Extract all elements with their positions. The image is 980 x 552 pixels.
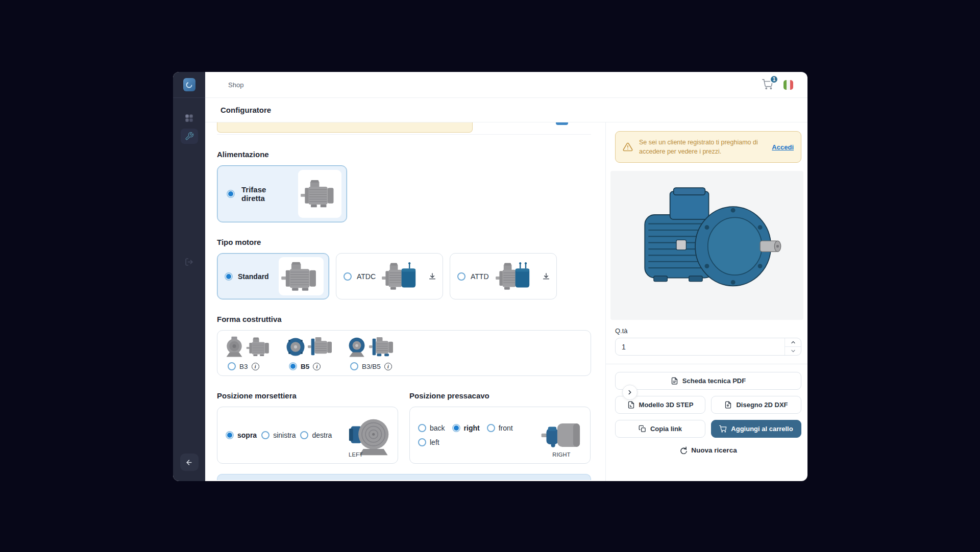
posizione-pressacavo-card: back right front — [409, 407, 591, 464]
wrench-icon — [185, 132, 194, 141]
copy-icon — [639, 425, 646, 433]
login-alert: Se sei un cliente registrato ti preghiam… — [615, 131, 801, 163]
info-icon[interactable]: i — [252, 363, 259, 370]
quantity-decrement-button[interactable] — [785, 346, 801, 355]
image-caption: LEFT — [349, 451, 363, 458]
quantity-input[interactable] — [615, 338, 801, 356]
b3b5-image — [346, 335, 395, 359]
new-search-button[interactable]: Nuova ricerca — [615, 446, 801, 454]
radio-b3[interactable] — [228, 362, 236, 370]
datasheet-pdf-button[interactable]: Scheda tecnica PDF — [615, 372, 801, 390]
radio-atdc[interactable] — [344, 272, 352, 281]
radio-front[interactable] — [487, 424, 495, 432]
clipped-blue-control — [556, 122, 568, 125]
clipped-next-section — [217, 474, 591, 480]
option-group-b5[interactable]: B5 i — [285, 335, 334, 370]
option-label: B3 — [239, 363, 248, 370]
download-atdc-button[interactable] — [427, 271, 437, 282]
pdf-file-icon — [671, 377, 678, 385]
attd-motor-image — [494, 257, 536, 295]
sidebar-item-configurator[interactable] — [181, 129, 198, 144]
radio-sopra[interactable] — [226, 431, 234, 439]
collapse-sidebar-button[interactable] — [180, 454, 199, 471]
app-window: Shop 1 Configuratore — [173, 72, 807, 481]
radio-trifase-diretta[interactable] — [227, 190, 235, 198]
option-label: ATDC — [357, 272, 376, 281]
section-title-forma-costruttiva: Forma costruttiva — [217, 315, 591, 323]
option-card-trifase-diretta[interactable]: Trifase diretta — [217, 165, 347, 222]
info-icon[interactable]: i — [313, 363, 321, 370]
radio-right[interactable] — [452, 424, 460, 432]
quantity-stepper — [785, 338, 801, 355]
clipped-highlight-row — [217, 122, 473, 133]
standard-motor-image — [279, 257, 324, 295]
option-front[interactable]: front — [487, 424, 513, 432]
atdc-motor-image — [381, 257, 422, 295]
option-group-b3b5[interactable]: B3/B5 i — [346, 335, 395, 370]
option-destra[interactable]: destra — [300, 431, 332, 439]
radio-left[interactable] — [418, 438, 426, 446]
b3-image — [224, 335, 273, 359]
dxf-file-icon — [724, 401, 732, 409]
add-to-cart-button[interactable]: Aggiungi al carrello — [711, 420, 801, 438]
download-attd-button[interactable] — [541, 271, 552, 282]
accedi-link[interactable]: Accedi — [772, 143, 794, 151]
trifase-motor-image — [298, 170, 341, 218]
warning-icon — [623, 142, 633, 152]
configurator-scroll-area[interactable]: Alimentazione Trifase diretta Tipo motor… — [205, 122, 605, 481]
step-file-icon — [627, 401, 635, 409]
option-card-standard[interactable]: Standard — [217, 253, 329, 299]
image-caption: RIGHT — [552, 451, 571, 458]
app-logo-icon[interactable] — [183, 78, 195, 91]
sidebar — [173, 72, 205, 481]
chevron-right-icon — [626, 389, 633, 396]
arrow-left-icon — [185, 459, 193, 466]
drawing-2d-dxf-button[interactable]: Disegno 2D DXF — [711, 396, 801, 414]
radio-back[interactable] — [418, 424, 426, 432]
cart-icon — [719, 425, 727, 433]
cart-button[interactable]: 1 — [762, 79, 774, 91]
section-title-posizione-pressacavo: Posizione pressacavo — [409, 391, 591, 400]
product-image — [610, 171, 803, 320]
option-label: B3/B5 — [362, 363, 381, 370]
radio-attd[interactable] — [457, 272, 465, 281]
option-label: Standard — [238, 272, 269, 281]
topbar: Shop 1 — [205, 72, 807, 98]
refresh-icon — [679, 446, 687, 454]
sidebar-logo-section — [173, 72, 205, 98]
option-sopra[interactable]: sopra — [226, 431, 257, 439]
chevron-up-icon — [790, 339, 796, 345]
option-sinistra[interactable]: sinistra — [261, 431, 296, 439]
italy-flag-icon[interactable] — [783, 80, 793, 90]
clipped-previous-section — [217, 122, 591, 135]
option-label: ATTD — [471, 272, 489, 281]
radio-destra[interactable] — [300, 431, 308, 439]
download-icon — [542, 272, 550, 281]
option-card-atdc[interactable]: ATDC — [336, 253, 443, 299]
copy-link-button[interactable]: Copia link — [615, 420, 705, 438]
option-group-b3[interactable]: B3 i — [224, 335, 273, 370]
option-left[interactable]: left — [418, 438, 439, 446]
page-header: Configuratore — [205, 98, 807, 122]
sidebar-item-dashboard[interactable] — [181, 110, 198, 126]
b5-image — [285, 335, 334, 359]
info-icon[interactable]: i — [384, 363, 392, 370]
alert-message: Se sei un cliente registrato ti preghiam… — [639, 138, 766, 156]
quantity-label: Q.tà — [615, 327, 801, 335]
quantity-increment-button[interactable] — [785, 338, 801, 346]
expand-panel-button[interactable] — [622, 385, 638, 400]
option-card-attd[interactable]: ATTD — [450, 253, 557, 299]
radio-sinistra[interactable] — [261, 431, 270, 439]
cart-badge: 1 — [770, 75, 778, 84]
option-label: B5 — [301, 363, 309, 370]
sidebar-item-signout[interactable] — [181, 254, 198, 269]
forma-costruttiva-card: B3 i B5 i — [217, 330, 591, 376]
panel-divider — [606, 364, 807, 364]
option-back[interactable]: back — [418, 424, 445, 432]
radio-standard[interactable] — [225, 272, 233, 281]
option-right[interactable]: right — [452, 424, 480, 432]
chevron-down-icon — [790, 348, 796, 354]
radio-b3b5[interactable] — [350, 362, 358, 370]
sign-out-icon — [185, 258, 193, 266]
radio-b5[interactable] — [289, 362, 297, 370]
